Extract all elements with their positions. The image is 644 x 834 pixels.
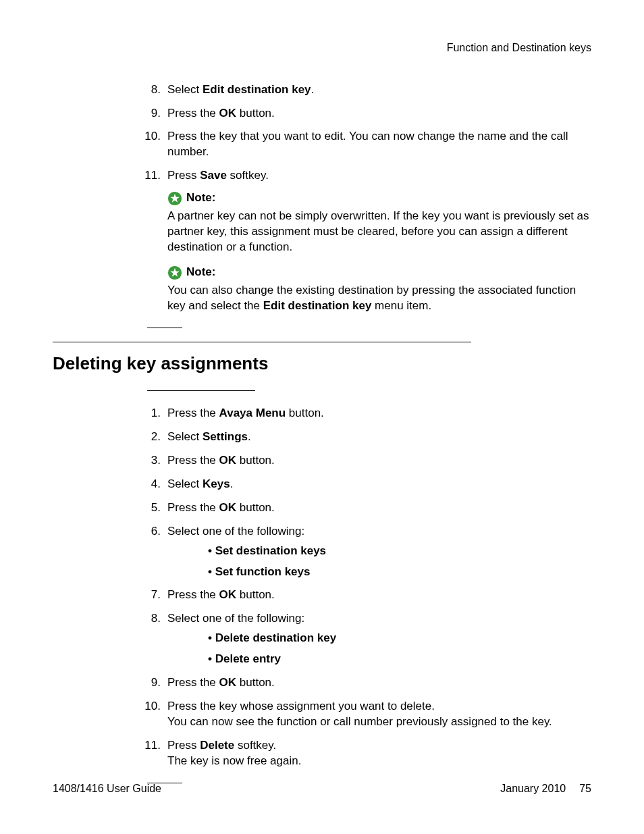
option-bold: Delete entry (215, 652, 281, 665)
note-label: Note: (186, 190, 215, 206)
option-bold: Set destination keys (215, 544, 326, 557)
note-star-icon (167, 265, 182, 280)
footer-doc-title: 1408/1416 User Guide (53, 781, 161, 796)
sub-options: Set destination keys Set function keys (208, 544, 591, 580)
sub-options: Delete destination key Delete entry (208, 631, 591, 667)
step-text: You can now see the function or call num… (167, 714, 591, 730)
step-text: Press the key whose assignment you want … (167, 699, 591, 714)
note-body: A partner key can not be simply overwrit… (167, 209, 591, 255)
step-6: 6. Select one of the following: Set dest… (147, 524, 591, 580)
step-bold: Keys (203, 477, 230, 490)
step-bold: OK (219, 454, 237, 467)
option-bold: Set function keys (215, 565, 311, 578)
short-rule (147, 328, 182, 328)
step-text: softkey. (234, 739, 276, 752)
step-9: 9. Press the OK button. (147, 675, 591, 691)
step-number: 11. (140, 738, 161, 754)
deleting-steps-block: 1. Press the Avaya Menu button. 2. Selec… (147, 406, 591, 769)
step-10: 10. Press the key whose assignment you w… (147, 699, 591, 730)
step-text: button. (236, 501, 275, 514)
step-7: 7. Press the OK button. (147, 588, 591, 603)
step-text: Select one of the following: (167, 612, 304, 625)
step-text: Press (167, 739, 200, 752)
step-8: 8. Select Edit destination key. (147, 82, 591, 98)
step-text: softkey. (227, 169, 269, 182)
step-1: 1. Press the Avaya Menu button. (147, 406, 591, 421)
step-text: Press the (167, 676, 219, 689)
step-bold: Save (200, 169, 227, 182)
step-number: 10. (140, 699, 161, 714)
step-bold: Delete (200, 739, 234, 752)
step-text: Press the (167, 107, 219, 120)
step-number: 7. (140, 588, 161, 603)
step-10: 10. Press the key that you want to edit.… (147, 129, 591, 160)
note-label: Note: (186, 265, 215, 280)
step-text: . (311, 83, 315, 96)
step-text: . (248, 430, 251, 443)
section-heading: Deleting key assignments (53, 352, 591, 375)
step-text: . (230, 477, 234, 490)
step-number: 8. (140, 611, 161, 627)
note-star-icon (167, 191, 182, 206)
step-text: Press the key that you want to edit. You… (167, 130, 568, 158)
document-page: Function and Destination keys 8. Select … (0, 0, 644, 834)
step-text: Press the (167, 454, 219, 467)
step-number: 11. (140, 168, 161, 184)
section-rule (53, 342, 471, 342)
step-text: button. (236, 676, 275, 689)
note-body: You can also change the existing destina… (167, 283, 591, 314)
step-text: Press the (167, 407, 219, 419)
option-bold: Delete destination key (215, 631, 337, 644)
step-text: Press the (167, 588, 219, 601)
step-number: 8. (140, 82, 161, 98)
step-bold: OK (219, 501, 237, 514)
running-header: Function and Destination keys (53, 41, 591, 55)
short-rule (147, 390, 255, 391)
step-2: 2. Select Settings. (147, 429, 591, 445)
footer-date: January 2010 (500, 781, 566, 796)
step-text: Select (167, 83, 203, 96)
step-text: Select (167, 430, 203, 443)
step-text: button. (236, 107, 275, 120)
step-text: Press (167, 169, 200, 182)
note-block-2: Note: You can also change the existing d… (167, 265, 591, 314)
step-bold: Edit destination key (203, 83, 311, 96)
step-number: 1. (140, 406, 161, 421)
step-9: 9. Press the OK button. (147, 106, 591, 122)
step-text: Press the (167, 501, 219, 514)
step-number: 3. (140, 453, 161, 469)
footer-page-number: 75 (579, 781, 591, 796)
step-3: 3. Press the OK button. (147, 453, 591, 469)
step-bold: OK (219, 588, 237, 601)
step-text: The key is now free again. (167, 754, 591, 769)
step-4: 4. Select Keys. (147, 477, 591, 492)
note-bold: Edit destination key (263, 299, 372, 312)
step-11: 11. Press Delete softkey. The key is now… (147, 738, 591, 769)
step-number: 10. (140, 129, 161, 145)
step-5: 5. Press the OK button. (147, 500, 591, 516)
step-number: 4. (140, 477, 161, 492)
note-text: menu item. (371, 299, 431, 312)
step-text: button. (286, 407, 324, 419)
option-item: Set destination keys (208, 544, 591, 559)
step-number: 6. (140, 524, 161, 540)
step-bold: Settings (203, 430, 248, 443)
option-item: Set function keys (208, 565, 591, 580)
step-11: 11. Press Save softkey. Note: A partner … (147, 168, 591, 314)
step-8: 8. Select one of the following: Delete d… (147, 611, 591, 667)
step-number: 5. (140, 500, 161, 516)
step-text: Select (167, 477, 203, 490)
option-item: Delete entry (208, 652, 591, 667)
step-text: button. (236, 454, 275, 467)
top-steps-block: 8. Select Edit destination key. 9. Press… (147, 82, 591, 314)
option-item: Delete destination key (208, 631, 591, 646)
step-number: 9. (140, 106, 161, 122)
step-text: button. (236, 588, 275, 601)
step-number: 2. (140, 429, 161, 445)
step-bold: Avaya Menu (219, 407, 286, 419)
step-bold: OK (219, 676, 237, 689)
step-number: 9. (140, 675, 161, 691)
note-block-1: Note: A partner key can not be simply ov… (167, 190, 591, 255)
step-bold: OK (219, 107, 237, 120)
page-footer: 1408/1416 User Guide January 2010 75 (53, 781, 591, 796)
